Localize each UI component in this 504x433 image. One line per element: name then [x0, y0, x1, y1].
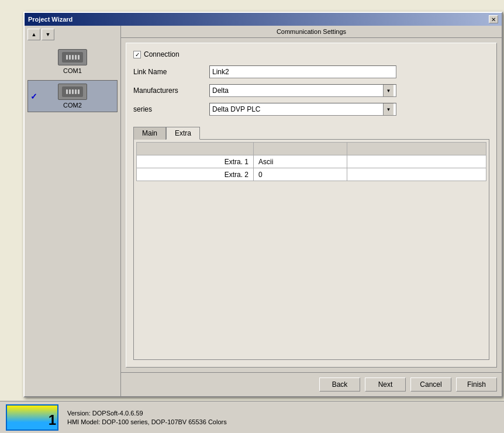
status-text: Version: DOPSoft-4.0.6.59 HMI Model: DOP… [67, 410, 227, 425]
col-header-value [254, 143, 347, 155]
manufacturers-value: Delta [212, 86, 383, 95]
pin [78, 89, 80, 94]
extra-table: Extra. 1 Ascii Extra. 2 0 [136, 142, 486, 181]
finish-button[interactable]: Finish [456, 377, 497, 392]
com2-label: COM2 [63, 102, 82, 109]
pin [75, 55, 77, 60]
extra-table-body: Extra. 1 Ascii Extra. 2 0 [137, 155, 486, 181]
tab-extra-content: Extra. 1 Ascii Extra. 2 0 [133, 139, 489, 360]
table-cell-extra [347, 155, 486, 168]
connection-checkbox-label[interactable]: ✓ Connection [133, 50, 179, 58]
connection-row: ✓ Connection [133, 50, 489, 58]
settings-area: ✓ Connection Link Name Manufacturers Del… [121, 38, 502, 372]
com1-icon [58, 49, 87, 65]
comm-settings-header: Communication Settings [121, 26, 502, 38]
nav-down-button[interactable]: ▼ [42, 29, 54, 40]
pin [66, 55, 68, 60]
series-row: series Delta DVP PLC ▼ [133, 103, 489, 116]
tabs-area: Main Extra [133, 126, 489, 360]
next-button[interactable]: Next [365, 377, 406, 392]
table-cell-value: 0 [254, 168, 347, 181]
table-row: Extra. 1 Ascii [137, 155, 486, 168]
main-content: Communication Settings ✓ Connection Link… [121, 26, 502, 396]
table-cell-name: Extra. 1 [137, 155, 254, 168]
status-bar: 1 Version: DOPSoft-4.0.6.59 HMI Model: D… [0, 401, 504, 433]
pin [72, 89, 74, 94]
tab-extra[interactable]: Extra [166, 127, 200, 140]
project-wizard-window: Project Wizard ✕ ▲ ▼ [23, 12, 503, 397]
table-cell-extra [347, 168, 486, 181]
link-name-label: Link Name [133, 68, 209, 76]
manufacturers-row: Manufacturers Delta ▼ [133, 84, 489, 97]
col-header-extra [347, 143, 486, 155]
status-thumbnail: 1 [6, 404, 58, 431]
window-title: Project Wizard [28, 16, 73, 23]
com2-icon [58, 84, 87, 100]
series-dropdown-arrow[interactable]: ▼ [383, 103, 393, 115]
tab-headers: Main Extra [133, 126, 489, 139]
pin [78, 55, 80, 60]
series-value: Delta DVP PLC [212, 105, 383, 113]
link-name-input[interactable] [209, 65, 396, 78]
com1-item[interactable]: COM1 [27, 46, 118, 78]
series-select[interactable]: Delta DVP PLC ▼ [209, 103, 396, 116]
status-hmi-model: HMI Model: DOP-100 series, DOP-107BV 655… [67, 418, 227, 425]
pin [72, 55, 74, 60]
nav-up-button[interactable]: ▲ [27, 29, 40, 40]
connection-checkbox[interactable]: ✓ [133, 51, 141, 58]
com2-item[interactable]: ✓ COM2 [27, 80, 118, 112]
pin [75, 89, 77, 94]
table-header-row [137, 143, 486, 155]
pin [66, 89, 68, 94]
status-version: Version: DOPSoft-4.0.6.59 [67, 410, 227, 417]
col-header-name [137, 143, 254, 155]
tab-main[interactable]: Main [133, 127, 166, 140]
manufacturers-select[interactable]: Delta ▼ [209, 84, 396, 97]
left-panel: ▲ ▼ COM1 ✓ [25, 26, 121, 396]
nav-buttons: ▲ ▼ [27, 29, 118, 40]
table-cell-value: Ascii [254, 155, 347, 168]
cancel-button[interactable]: Cancel [410, 377, 451, 392]
table-row: Extra. 2 0 [137, 168, 486, 181]
inner-layout: ▲ ▼ COM1 ✓ [25, 26, 502, 396]
status-page-number: 1 [49, 412, 56, 428]
link-name-row: Link Name [133, 65, 489, 78]
series-label: series [133, 105, 209, 113]
com2-check: ✓ [30, 92, 37, 101]
back-button[interactable]: Back [319, 377, 360, 392]
manufacturers-label: Manufacturers [133, 86, 209, 95]
close-button[interactable]: ✕ [489, 15, 498, 23]
settings-panel: ✓ Connection Link Name Manufacturers Del… [126, 43, 497, 368]
connection-label: Connection [144, 50, 179, 58]
title-bar: Project Wizard ✕ [25, 13, 502, 26]
com2-pins [66, 89, 80, 94]
manufacturers-dropdown-arrow[interactable]: ▼ [383, 85, 393, 96]
table-cell-name: Extra. 2 [137, 168, 254, 181]
pin [69, 89, 71, 94]
com1-pins [66, 55, 80, 60]
bottom-bar: Back Next Cancel Finish [121, 372, 502, 396]
com1-label: COM1 [63, 67, 82, 74]
pin [69, 55, 71, 60]
